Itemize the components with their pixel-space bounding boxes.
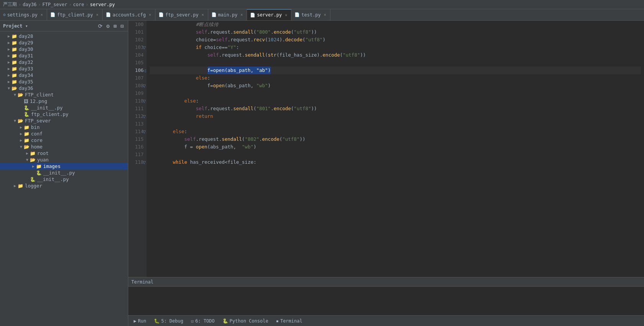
todo-icon: ☑ <box>191 318 194 324</box>
breadcrumb-item-3[interactable]: core <box>73 2 84 7</box>
ln-110: 110 ▽ <box>131 97 144 105</box>
tree-item-day34[interactable]: 📁 day34 <box>0 72 128 78</box>
tree-item-day36[interactable]: 📂 day36 <box>0 85 128 91</box>
tab-main[interactable]: 📄 main.py × <box>208 9 247 20</box>
tab-test[interactable]: 📄 test.py × <box>291 9 330 20</box>
status-tab-run-label: Run <box>138 318 146 324</box>
tab-accounts-cfg[interactable]: 📄 accounts.cfg × <box>103 9 155 20</box>
tree-arrow-day32[interactable] <box>6 60 11 64</box>
tree-item-logger[interactable]: 📁 logger <box>0 183 128 189</box>
tree-item-images[interactable]: 📁 images <box>0 163 128 170</box>
py-icon-ftp-client: 🐍 <box>24 112 29 117</box>
tree-item-root[interactable]: 📁 root <box>0 150 128 156</box>
tree-item-day32[interactable]: 📁 day32 <box>0 59 128 65</box>
code-container[interactable]: 100 101 102 103 ▽ 104 105 106 ◁ 107 108 … <box>128 21 644 277</box>
tree-arrow-day31[interactable] <box>6 54 11 58</box>
tab-server-close[interactable]: × <box>284 13 288 18</box>
tab-ftp-sever-close[interactable]: × <box>201 12 205 17</box>
server-file-icon: 📄 <box>250 13 255 18</box>
tab-test-close[interactable]: × <box>323 12 327 17</box>
tree-item-day28[interactable]: 📁 day28 <box>0 33 128 39</box>
tree-arrow-bin[interactable] <box>18 125 24 129</box>
tree-arrow-day28[interactable] <box>6 34 11 38</box>
sidebar: Project ▾ ⟳ ⚙ ⊞ ⊟ 📁 day28 📁 day29 <box>0 21 128 326</box>
tree-arrow-day33[interactable] <box>6 67 11 71</box>
editor-area: 100 101 102 103 ▽ 104 105 106 ◁ 107 108 … <box>128 21 644 326</box>
tab-main-close[interactable]: × <box>240 12 244 17</box>
code-line-109 <box>150 90 641 97</box>
py-icon-init1: 🐍 <box>24 105 29 111</box>
sidebar-sync-icon[interactable]: ⟳ <box>97 23 104 29</box>
tree-arrow-home[interactable] <box>18 145 24 149</box>
tree-item-init3[interactable]: 🐍 __init__.py <box>0 176 128 183</box>
tree-arrow-ftp-client[interactable] <box>12 93 18 97</box>
sidebar-expand-icon[interactable]: ⊞ <box>112 23 118 29</box>
main-file-icon: 📄 <box>211 12 217 17</box>
tree-arrow-root[interactable] <box>25 151 30 155</box>
sidebar-settings-icon[interactable]: ⚙ <box>105 23 111 29</box>
tree-arrow-day36[interactable] <box>6 86 11 90</box>
tree-arrow-yuan[interactable] <box>25 158 30 162</box>
tree-item-day29[interactable]: 📁 day29 <box>0 39 128 46</box>
tree-item-init1[interactable]: 🐍 __init__.py <box>0 104 128 111</box>
tree-item-ftp-client-py[interactable]: 🐍 ftp_client.py <box>0 111 128 117</box>
breadcrumb-item-1[interactable]: day36 <box>23 2 36 7</box>
tab-settings-close[interactable]: × <box>40 12 44 17</box>
ln-101: 101 <box>131 28 144 36</box>
tree-label-ftp-client: FTP_client <box>25 92 54 98</box>
code-line-108: f=open(abs_path, "wb") <box>150 82 641 90</box>
tree-arrow-day35[interactable] <box>6 80 11 84</box>
breadcrumb-item-2[interactable]: FTP_sever <box>42 2 67 7</box>
tree-label-bin: bin <box>31 124 40 130</box>
tree-arrow-ftp-sever[interactable] <box>12 119 18 123</box>
status-tab-debug[interactable]: 🐛 5: Debug <box>150 318 187 324</box>
tree-item-bin[interactable]: 📁 bin <box>0 124 128 130</box>
py-icon-init3: 🐍 <box>30 177 36 182</box>
code-line-116: f = open(abs_path, "wb") <box>150 143 641 151</box>
ln-117: 117 <box>131 151 144 158</box>
status-tab-todo[interactable]: ☑ 6: TODO <box>187 318 219 324</box>
tree-item-home[interactable]: 📂 home <box>0 143 128 150</box>
code-line-111: self.request.sendall("801".encode("utf8"… <box>150 105 641 112</box>
tree-item-day33[interactable]: 📁 day33 <box>0 65 128 72</box>
breadcrumb-item-0[interactable]: 严三期 <box>3 1 17 8</box>
tree-item-ftp-client[interactable]: 📂 FTP_client <box>0 91 128 98</box>
tab-accounts-cfg-close[interactable]: × <box>148 12 152 17</box>
status-tab-todo-label: 6: TODO <box>195 318 215 324</box>
tree-item-init2[interactable]: 🐍 __init__.py <box>0 170 128 176</box>
status-tab-terminal[interactable]: ▪ Terminal <box>272 318 306 324</box>
tree-item-ftp-sever[interactable]: 📂 FTP_sever <box>0 117 128 124</box>
tree-arrow-day30[interactable] <box>6 47 11 51</box>
tree-item-day31[interactable]: 📁 day31 <box>0 52 128 59</box>
tab-ftp-sever[interactable]: 📄 ftp_sever.py × <box>155 9 208 20</box>
bottom-panel-header: Terminal <box>128 277 644 287</box>
tree-arrow-images[interactable] <box>31 164 36 168</box>
tree-arrow-conf[interactable] <box>18 132 24 136</box>
tab-server[interactable]: 📄 server.py × <box>247 9 291 20</box>
tab-settings[interactable]: ⚙ settings.py × <box>0 9 47 20</box>
tab-ftp-client-close[interactable]: × <box>95 12 99 17</box>
tree-item-day35[interactable]: 📁 day35 <box>0 78 128 85</box>
tree-arrow-day29[interactable] <box>6 41 11 45</box>
py-icon-init2: 🐍 <box>36 170 42 176</box>
sidebar-collapse-icon[interactable]: ⊟ <box>119 23 125 29</box>
status-tab-python-console[interactable]: 🐍 Python Console <box>219 318 272 324</box>
tree-item-conf[interactable]: 📁 conf <box>0 130 128 137</box>
tree-label-core: core <box>31 137 42 143</box>
tab-ftp-client[interactable]: 📄 ftp_client.py × <box>47 9 103 20</box>
status-tab-run[interactable]: ▶ Run <box>130 318 150 324</box>
tree-item-yuan[interactable]: 📂 yuan <box>0 156 128 163</box>
tree-arrow-core[interactable] <box>18 138 24 142</box>
tree-item-core[interactable]: 📁 core <box>0 137 128 143</box>
code-line-118: while has_received<file_size: <box>150 158 641 166</box>
tree-label-day34: day34 <box>19 72 33 78</box>
tree-label-ftp-client-py: ftp_client.py <box>31 111 69 117</box>
tree-arrow-logger[interactable] <box>12 184 18 188</box>
tree-label-init3: __init__.py <box>37 176 69 182</box>
tree-item-12-png[interactable]: 🖼 12.png <box>0 98 128 104</box>
tree-arrow-day34[interactable] <box>6 73 11 77</box>
sidebar-title: Project ▾ <box>3 23 28 29</box>
breadcrumb-item-4[interactable]: server.py <box>90 2 115 7</box>
code-lines[interactable]: #断点续传 self.request.sendall("800".encode(… <box>147 21 644 277</box>
tree-item-day30[interactable]: 📁 day30 <box>0 46 128 52</box>
